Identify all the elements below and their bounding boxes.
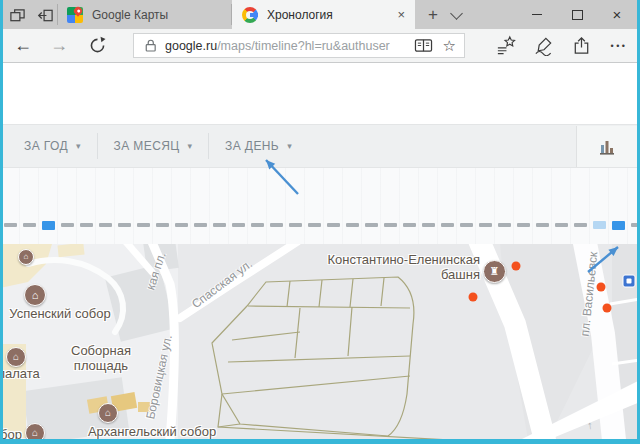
palata-label[interactable]: палата	[0, 366, 50, 381]
konstantino-eleninskaya-label[interactable]: Константино-Еленинскаябашня	[318, 252, 480, 282]
share-icon[interactable]	[564, 29, 598, 62]
timeline-strip[interactable]	[4, 219, 638, 231]
tab-google-maps[interactable]: Google Карты	[57, 0, 232, 29]
web-note-pen-icon[interactable]	[526, 29, 560, 62]
caret-down-icon: ▾	[287, 141, 292, 151]
timeline-day-dash[interactable]	[517, 223, 530, 227]
timeline-day-dash[interactable]	[4, 223, 17, 227]
address-bar: ← → google.ru/maps/timeline?hl=ru&authus…	[0, 29, 640, 63]
timeline-day-dash[interactable]	[213, 223, 226, 227]
uspensky-sobor-label[interactable]: Успенский собор	[2, 306, 118, 321]
timeline-day-dash[interactable]	[384, 223, 397, 227]
tab-timeline[interactable]: Хронология ×	[232, 0, 415, 29]
new-tab-button[interactable]: +	[420, 0, 446, 29]
palaty-poi-icon[interactable]: ⌂	[18, 249, 34, 265]
timeline-day-dash[interactable]	[42, 221, 55, 230]
filter-label: ЗА МЕСЯЦ	[114, 139, 180, 153]
filter-by-year[interactable]: ЗА ГОД ▾	[0, 133, 97, 159]
window-maximize-button[interactable]	[558, 0, 596, 29]
bar-chart-icon	[597, 137, 617, 157]
window-border-left	[0, 0, 3, 444]
timeline-day-dash[interactable]	[555, 223, 568, 227]
transit-stop-icon[interactable]	[623, 275, 636, 288]
tab-preview-chevron-icon[interactable]	[450, 7, 463, 20]
more-dots: •••	[611, 41, 628, 51]
arkhangelsky-sobor-label[interactable]: Архангельский собор	[82, 424, 222, 439]
map-label-line: Успенский собор	[2, 306, 118, 321]
caret-down-icon: ▾	[188, 141, 193, 151]
palata-poi-icon[interactable]: ⌂	[6, 347, 26, 367]
timeline-day-dash[interactable]	[137, 223, 150, 227]
timeline-day-dash[interactable]	[593, 221, 606, 229]
visited-place-dot[interactable]	[512, 262, 521, 271]
sobor-label[interactable]: бор	[0, 427, 24, 439]
timeline-day-dash[interactable]	[61, 223, 74, 227]
hub-favorites-icon[interactable]	[488, 29, 522, 62]
timeline-day-dash[interactable]	[536, 223, 549, 227]
url-path: /maps/timeline?hl=ru&authuser	[217, 39, 390, 53]
timeline-day-dash[interactable]	[118, 223, 131, 227]
sobornaya-ploschad-label[interactable]: Соборнаяплощадь	[64, 343, 138, 373]
visited-place-dot[interactable]	[597, 283, 606, 292]
url-text[interactable]: google.ru/maps/timeline?hl=ru&authuser	[165, 39, 390, 53]
filter-by-day[interactable]: ЗА ДЕНЬ ▾	[209, 133, 308, 159]
visited-place-dot[interactable]	[603, 304, 612, 313]
tabs-set-aside-icon[interactable]	[36, 6, 54, 24]
lock-icon	[142, 37, 159, 54]
timeline-day-dash[interactable]	[80, 223, 93, 227]
timeline-day-dash[interactable]	[612, 221, 625, 230]
google-maps-favicon	[67, 7, 83, 23]
timeline-day-dash[interactable]	[574, 223, 587, 227]
timeline-day-dash[interactable]	[403, 223, 416, 227]
refresh-button[interactable]	[82, 29, 112, 62]
timeline-day-dash[interactable]	[289, 223, 302, 227]
timeline-day-dash[interactable]	[270, 223, 283, 227]
map-label-line: площадь	[64, 358, 138, 373]
timeline-scrubber-zone	[0, 168, 640, 244]
timeline-day-dash[interactable]	[365, 223, 378, 227]
timeline-day-dash[interactable]	[156, 223, 169, 227]
forward-button[interactable]: →	[44, 29, 74, 62]
uspensky-sobor-poi-icon[interactable]: ⌂	[24, 284, 46, 306]
filter-label: ЗА ДЕНЬ	[225, 139, 279, 153]
map-label-line: Соборная	[64, 343, 138, 358]
one-way-arrow-icon: ↑	[586, 419, 593, 432]
map-overlays: ⌂⌂⌂⌂⌂♜Константино-ЕленинскаябашняУспенск…	[0, 244, 640, 439]
timeline-day-dash[interactable]	[23, 223, 36, 227]
timeline-day-dash[interactable]	[441, 223, 454, 227]
filter-by-month[interactable]: ЗА МЕСЯЦ ▾	[98, 133, 209, 159]
url-box[interactable]: google.ru/maps/timeline?hl=ru&authuser ☆	[133, 33, 465, 58]
timeline-day-dash[interactable]	[346, 223, 359, 227]
sobor-poi-icon[interactable]: ⌂	[25, 423, 45, 439]
timeline-day-dash[interactable]	[422, 223, 435, 227]
timeline-day-dash[interactable]	[327, 223, 340, 227]
bashnya-poi-icon[interactable]: ♜	[483, 260, 506, 283]
map-canvas[interactable]: ⌂⌂⌂⌂⌂♜Константино-ЕленинскаябашняУспенск…	[0, 244, 640, 439]
timeline-day-dash[interactable]	[194, 223, 207, 227]
timeline-day-dash[interactable]	[479, 223, 492, 227]
timeline-day-dash[interactable]	[175, 223, 188, 227]
timeline-day-dash[interactable]	[232, 223, 245, 227]
add-favorite-star-icon[interactable]: ☆	[443, 38, 456, 53]
arkhangelsky-sobor-poi-icon[interactable]: ⌂	[98, 403, 118, 423]
timeline-day-dash[interactable]	[308, 223, 321, 227]
set-tabs-aside-icon[interactable]	[8, 6, 26, 24]
back-button[interactable]: ←	[8, 29, 38, 62]
timeline-day-dash[interactable]	[460, 223, 473, 227]
filter-bar: ЗА ГОД ▾ ЗА МЕСЯЦ ▾ ЗА ДЕНЬ ▾	[0, 124, 640, 168]
timeline-day-dash[interactable]	[498, 223, 511, 227]
reading-view-icon[interactable]	[414, 37, 433, 54]
tab-close-icon[interactable]: ×	[397, 8, 405, 21]
map-label-line: Константино-Еленинская	[318, 252, 480, 267]
window-close-button[interactable]: ×	[598, 0, 636, 29]
visited-place-dot[interactable]	[469, 293, 478, 302]
chart-view-button[interactable]	[576, 126, 637, 167]
timeline-day-dash[interactable]	[99, 223, 112, 227]
filter-label: ЗА ГОД	[24, 139, 68, 153]
google-g-favicon	[242, 7, 258, 23]
timeline-day-dash[interactable]	[251, 223, 264, 227]
timeline-page-header: Хронология СЕГОДНЯ	[0, 63, 640, 124]
more-options-icon[interactable]: •••	[602, 29, 636, 62]
street-label-borovitskaya: Боровицкая ул.	[143, 334, 175, 421]
window-minimize-button[interactable]	[518, 0, 556, 29]
